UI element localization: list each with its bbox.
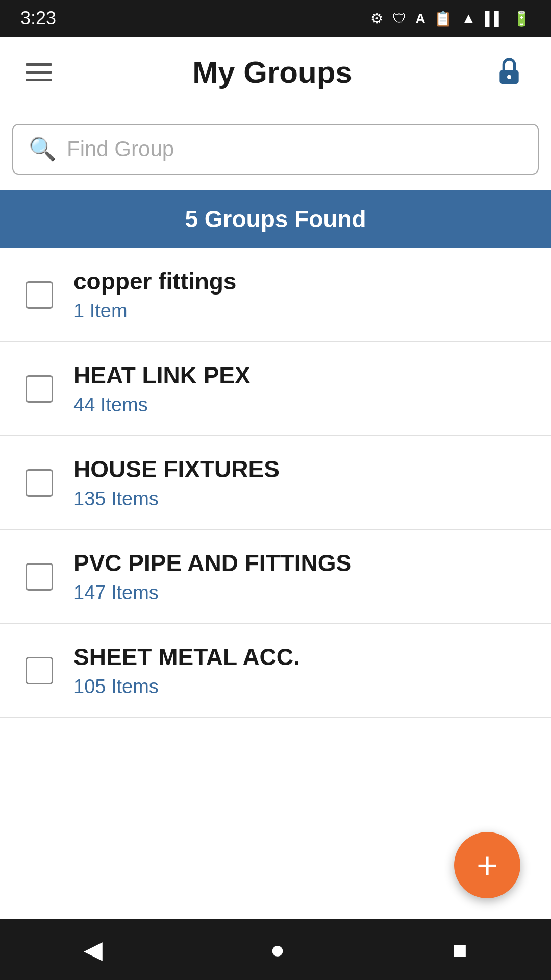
search-icon: 🔍 xyxy=(29,136,57,162)
group-count-1: 44 Items xyxy=(73,394,251,416)
group-checkbox-4[interactable] xyxy=(26,657,53,684)
battery-icon: 🔋 xyxy=(513,10,531,27)
hamburger-menu-button[interactable] xyxy=(26,63,52,81)
hamburger-line-2 xyxy=(26,71,52,74)
list-item[interactable]: SHEET METAL ACC. 105 Items xyxy=(0,624,551,718)
status-bar: 3:23 ⚙ 🛡 A 📋 ▲ ▌▌ 🔋 xyxy=(0,0,551,37)
group-info-2: HOUSE FIXTURES 135 Items xyxy=(73,455,280,510)
group-name-1: HEAT LINK PEX xyxy=(73,361,251,389)
groups-found-text: 5 Groups Found xyxy=(185,206,366,232)
svg-point-1 xyxy=(507,75,511,79)
search-container: 🔍 xyxy=(12,124,539,175)
group-name-4: SHEET METAL ACC. xyxy=(73,643,300,671)
group-count-2: 135 Items xyxy=(73,488,280,510)
list-item[interactable]: HOUSE FIXTURES 135 Items xyxy=(0,436,551,530)
home-button[interactable]: ● xyxy=(270,936,285,964)
group-info-3: PVC PIPE AND FITTINGS 147 Items xyxy=(73,549,352,604)
group-info-4: SHEET METAL ACC. 105 Items xyxy=(73,643,300,698)
list-item[interactable]: copper fittings 1 Item xyxy=(0,248,551,342)
gear-icon: ⚙ xyxy=(370,10,383,27)
groups-found-banner: 5 Groups Found xyxy=(0,190,551,248)
shield-icon: 🛡 xyxy=(392,10,407,27)
group-count-4: 105 Items xyxy=(73,676,300,698)
hamburger-line-3 xyxy=(26,79,52,81)
group-info-1: HEAT LINK PEX 44 Items xyxy=(73,361,251,416)
add-group-button[interactable]: + xyxy=(454,832,520,898)
group-checkbox-3[interactable] xyxy=(26,563,53,591)
lock-button[interactable] xyxy=(493,55,525,90)
page-title: My Groups xyxy=(192,55,352,90)
signal-icon: ▌▌ xyxy=(485,11,504,27)
hamburger-line-1 xyxy=(26,63,52,66)
font-icon: A xyxy=(416,11,425,27)
group-name-3: PVC PIPE AND FITTINGS xyxy=(73,549,352,577)
group-name-0: copper fittings xyxy=(73,267,236,295)
plus-icon: + xyxy=(477,847,498,884)
group-count-3: 147 Items xyxy=(73,582,352,604)
list-item[interactable]: PVC PIPE AND FITTINGS 147 Items xyxy=(0,530,551,624)
recent-apps-button[interactable]: ■ xyxy=(453,936,467,964)
group-list: copper fittings 1 Item HEAT LINK PEX 44 … xyxy=(0,248,551,891)
clipboard-icon: 📋 xyxy=(434,10,452,27)
group-checkbox-2[interactable] xyxy=(26,469,53,497)
group-count-0: 1 Item xyxy=(73,300,236,322)
group-info-0: copper fittings 1 Item xyxy=(73,267,236,322)
back-button[interactable]: ◀ xyxy=(84,935,103,964)
group-name-2: HOUSE FIXTURES xyxy=(73,455,280,483)
status-time: 3:23 xyxy=(20,8,56,29)
status-icons: ⚙ 🛡 A 📋 ▲ ▌▌ 🔋 xyxy=(370,10,531,27)
list-item[interactable]: HEAT LINK PEX 44 Items xyxy=(0,342,551,436)
group-checkbox-1[interactable] xyxy=(26,375,53,403)
wifi-icon: ▲ xyxy=(461,10,475,27)
app-bar: My Groups xyxy=(0,37,551,108)
group-checkbox-0[interactable] xyxy=(26,281,53,309)
bottom-nav-bar: ◀ ● ■ xyxy=(0,919,551,980)
search-input[interactable] xyxy=(67,137,522,161)
